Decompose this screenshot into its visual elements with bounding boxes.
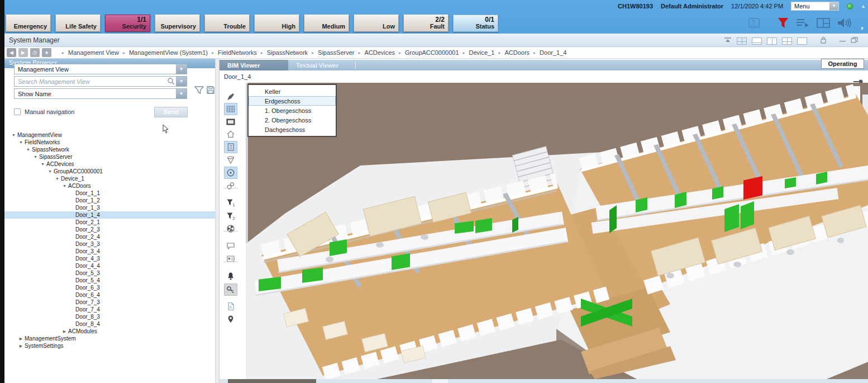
minimize-icon[interactable]: — [840, 37, 846, 44]
bim-3d-canvas[interactable] [246, 83, 868, 379]
lock-icon[interactable] [820, 36, 827, 46]
tree-item-Door_1_1[interactable]: Door_1_1 [4, 190, 215, 197]
alarm-button-high[interactable]: High [254, 15, 299, 32]
forward-button[interactable]: ▶ [18, 48, 28, 57]
layout-left-icon[interactable] [767, 37, 777, 45]
fan-icon[interactable] [224, 223, 237, 235]
tree-item-ManagementView[interactable]: ▼ManagementView [4, 131, 215, 139]
tree-item-SipassNetwork[interactable]: ▼SipassNetwork [4, 146, 215, 153]
tree-item-GroupACC0000001[interactable]: ▼GroupACC0000001 [4, 168, 215, 175]
history-button[interactable]: ◷ [30, 48, 40, 57]
scroll-down-icon[interactable]: ▼ [860, 26, 865, 31]
comment-icon[interactable] [224, 240, 237, 252]
notebook-icon[interactable] [224, 141, 237, 153]
alarm-button-emergency[interactable]: Emergency [6, 15, 51, 32]
layout-bottom-icon[interactable] [752, 37, 762, 45]
marker-icon[interactable] [224, 91, 237, 103]
send-button[interactable]: Send [154, 107, 188, 117]
filter-icon[interactable] [777, 16, 789, 30]
tree-item-Door_4_4[interactable]: Door_4_4 [4, 262, 215, 269]
expand-arrow-icon[interactable]: ▼ [17, 140, 25, 144]
tree-item-Door_7_3[interactable]: Door_7_3 [4, 299, 215, 306]
search-input[interactable]: Search Management View ▼ [14, 76, 187, 87]
tree-item-SystemSettings[interactable]: ▶SystemSettings [4, 342, 215, 349]
event-list-icon[interactable] [795, 16, 810, 30]
tree-item-ACModules[interactable]: ▶ACModules [4, 328, 215, 335]
target-icon[interactable] [224, 167, 237, 179]
panel-splitter[interactable] [215, 59, 220, 383]
grid-icon[interactable] [224, 103, 237, 115]
chevron-down-icon[interactable]: ▼ [176, 64, 187, 74]
layout-icon[interactable] [816, 16, 831, 30]
alarm-button-supervisory[interactable]: Supervisory [155, 15, 200, 32]
alarm-button-low[interactable]: Low [354, 15, 399, 32]
cone-icon[interactable] [224, 154, 237, 166]
tree-item-Door_8_3[interactable]: Door_8_3 [4, 313, 215, 320]
tree-item-Door_5_3[interactable]: Door_5_3 [4, 269, 215, 277]
floor-item-dachgeschoss[interactable]: Dachgeschoss [249, 125, 336, 134]
tree-item-Door_4_3[interactable]: Door_4_3 [4, 255, 215, 262]
floor-item-erdgeschoss[interactable]: Erdgeschoss [249, 96, 336, 106]
breadcrumb-item[interactable]: FieldNetworks [218, 49, 257, 56]
tree-item-FieldNetworks[interactable]: ▼FieldNetworks [4, 139, 215, 146]
alarm-button-security[interactable]: 1/1Security [105, 15, 150, 32]
search-icon[interactable] [167, 77, 175, 86]
pane-collapse-handle[interactable] [853, 76, 864, 81]
collapse-arrow-icon[interactable]: ▶ [61, 329, 68, 334]
tree-item-Door_2_3[interactable]: Door_2_3 [4, 226, 215, 233]
expand-arrow-icon[interactable]: ▼ [25, 148, 32, 152]
key-icon[interactable] [224, 283, 237, 296]
floor-item-keller[interactable]: Keller [249, 87, 336, 96]
tree-item-ManagementSystem[interactable]: ▶ManagementSystem [4, 335, 215, 342]
tree-item-Door_1_3[interactable]: Door_1_3 [4, 204, 215, 211]
layout-quad-icon[interactable] [782, 37, 792, 45]
breadcrumb-item[interactable]: Door_1_4 [540, 49, 566, 56]
tree-item-Door_2_1[interactable]: Door_2_1 [4, 219, 215, 226]
breadcrumb-item[interactable]: ACDoors [504, 49, 530, 56]
save-icon[interactable] [206, 86, 215, 97]
filter1-icon[interactable]: 1 [224, 196, 237, 209]
speaker-icon[interactable] [837, 16, 853, 30]
breadcrumb-item[interactable]: GroupACC0000001 [405, 49, 459, 56]
tab-textual-viewer[interactable]: Textual Viewer [288, 60, 355, 70]
chevron-down-icon[interactable]: ▼ [176, 77, 187, 86]
collapse-pane-icon[interactable] [724, 36, 732, 46]
chevron-down-icon[interactable]: ▼ [829, 2, 838, 10]
tree-item-Door_3_4[interactable]: Door_3_4 [4, 248, 215, 255]
bottom-panel-tab[interactable] [228, 379, 316, 383]
collapse-up-icon[interactable]: ▲ [861, 3, 866, 9]
expand-arrow-icon[interactable]: ▼ [54, 177, 61, 181]
collapse-arrow-icon[interactable]: ▶ [17, 337, 25, 341]
expand-arrow-icon[interactable]: ▼ [32, 155, 39, 159]
tree-item-SipassServer[interactable]: ▼SipassServer [4, 153, 215, 160]
manual-navigation-checkbox[interactable] [14, 108, 21, 115]
alarm-button-status[interactable]: 0/1Status [453, 15, 498, 32]
expand-arrow-icon[interactable]: ▼ [61, 184, 68, 188]
display-mode-selector[interactable]: Show Name ▼ [14, 88, 187, 99]
tree-item-Door_2_4[interactable]: Door_2_4 [4, 233, 215, 240]
breadcrumb-item[interactable]: ManagementView (System1) [129, 49, 208, 56]
restore-icon[interactable] [851, 36, 858, 46]
chevron-down-icon[interactable]: ▼ [176, 89, 187, 98]
event-detail-icon[interactable]: ? [747, 16, 761, 30]
back-button[interactable]: ◀ [7, 48, 16, 57]
expand-arrow-icon[interactable]: ▼ [10, 133, 17, 137]
tree-item-Door_6_3[interactable]: Door_6_3 [4, 284, 215, 291]
tree-item-Door_5_4[interactable]: Door_5_4 [4, 277, 215, 284]
menu-dropdown[interactable]: Menu ▼ [791, 2, 839, 11]
breadcrumb-item[interactable]: Device_1 [469, 49, 495, 56]
expand-arrow-icon[interactable]: ▼ [46, 169, 54, 173]
alarm-button-life-safety[interactable]: Life Safety [55, 15, 101, 32]
floor-item-2-obergeschoss[interactable]: 2. Obergeschoss [249, 115, 336, 125]
alarm-button-fault[interactable]: 2/2Fault [403, 15, 449, 32]
bell-icon[interactable] [224, 270, 237, 282]
expand-arrow-icon[interactable]: ▼ [39, 162, 46, 166]
breadcrumb-item[interactable]: SipassNetwork [267, 49, 308, 56]
tab-bim-viewer[interactable]: BIM Viewer [220, 60, 288, 70]
layout-single-icon[interactable] [797, 37, 807, 45]
screen-icon[interactable] [224, 116, 237, 128]
tree-item-Door_1_2[interactable]: Door_1_2 [4, 197, 215, 204]
alarm-button-trouble[interactable]: Trouble [204, 15, 250, 32]
floor-item-1-obergeschoss[interactable]: 1. Obergeschoss [249, 106, 336, 115]
alarm-button-medium[interactable]: Medium [304, 15, 349, 32]
